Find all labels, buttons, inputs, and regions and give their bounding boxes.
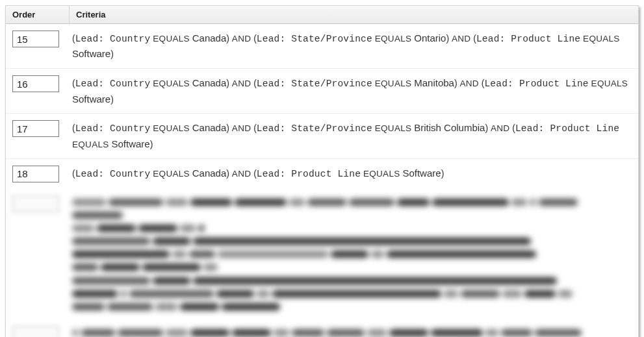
criteria-text: (Lead: Country EQUALS Canada) AND (Lead:… [70, 74, 638, 108]
cell-order [6, 74, 70, 108]
column-header-order: Order [6, 6, 70, 23]
cell-order [6, 164, 70, 184]
order-input[interactable] [12, 31, 59, 47]
criteria-obscured [70, 325, 638, 337]
table-row: (Lead: Country EQUALS Canada) AND (Lead:… [6, 24, 638, 69]
cell-order [6, 119, 70, 153]
table-header: Order Criteria [6, 6, 638, 24]
order-input-obscured [12, 195, 59, 212]
rules-table: Order Criteria (Lead: Country EQUALS Can… [5, 5, 639, 337]
order-input[interactable] [12, 75, 59, 92]
criteria-text: (Lead: Country EQUALS Canada) AND (Lead:… [70, 119, 638, 153]
table-row-obscured [6, 189, 638, 319]
table-row-obscured [6, 319, 638, 337]
cell-order [6, 29, 70, 63]
criteria-text: (Lead: Country EQUALS Canada) AND (Lead:… [70, 164, 638, 184]
table-row: (Lead: Country EQUALS Canada) AND (Lead:… [6, 159, 638, 189]
table-row: (Lead: Country EQUALS Canada) AND (Lead:… [6, 114, 638, 158]
criteria-text: (Lead: Country EQUALS Canada) AND (Lead:… [70, 29, 638, 63]
column-header-criteria: Criteria [70, 6, 638, 23]
criteria-obscured [70, 194, 638, 314]
order-input-obscured [12, 326, 59, 337]
table-row: (Lead: Country EQUALS Canada) AND (Lead:… [6, 69, 638, 114]
order-input[interactable] [12, 166, 59, 182]
order-input[interactable] [12, 120, 59, 137]
